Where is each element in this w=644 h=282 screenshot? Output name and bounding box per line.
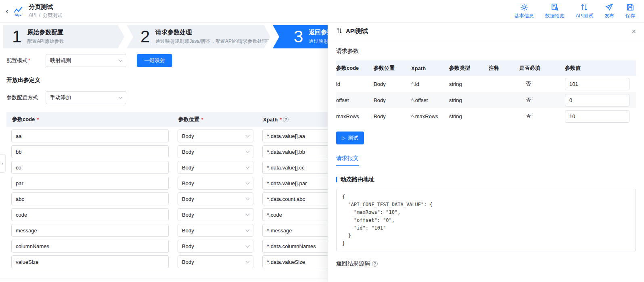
close-icon[interactable]: × bbox=[631, 28, 636, 35]
param-position-select[interactable]: Body bbox=[178, 192, 253, 205]
required-asterisk: * bbox=[280, 117, 282, 123]
chevron-down-icon bbox=[246, 259, 250, 263]
cell-code: id bbox=[336, 81, 374, 87]
step-subtitle: 配置API原始参数 bbox=[27, 38, 64, 45]
param-position-select[interactable]: Body bbox=[178, 130, 253, 142]
cell-code: maxRows bbox=[336, 113, 374, 119]
param-value-input[interactable] bbox=[565, 110, 629, 123]
paper-plane-icon bbox=[605, 3, 613, 11]
save-label: 保存 bbox=[625, 13, 635, 19]
param-code-input[interactable] bbox=[11, 192, 169, 205]
param-position-select[interactable]: Body bbox=[178, 255, 253, 268]
step-title: 请求参数处理 bbox=[155, 29, 276, 36]
step-1-original-params[interactable]: 1 原始参数配置 配置API原始参数 bbox=[3, 25, 124, 48]
chevron-down-icon bbox=[246, 149, 250, 153]
param-value-input[interactable] bbox=[565, 78, 629, 90]
cell-type: string bbox=[449, 113, 489, 119]
back-button[interactable]: ‹ bbox=[5, 7, 9, 16]
section-accent-bar bbox=[336, 177, 337, 182]
cell-position: Body bbox=[374, 81, 411, 87]
drawer-body: 请求参数 参数code 参数位置 Xpath 参数类型 注释 是否必填 参数值 … bbox=[328, 40, 644, 282]
gear-icon bbox=[520, 3, 528, 11]
result-source-help-icon[interactable]: ? bbox=[372, 261, 378, 267]
col-header-xpath: Xpath bbox=[411, 65, 449, 71]
app-logo: SQL bbox=[13, 6, 23, 16]
request-params-table: 参数code 参数位置 Xpath 参数类型 注释 是否必填 参数值 id Bo… bbox=[336, 61, 636, 124]
publish-button[interactable]: 发布 bbox=[604, 3, 614, 19]
chevron-down-icon bbox=[246, 196, 250, 200]
result-source-row: 返回结果源码 ? bbox=[336, 260, 636, 267]
cell-required: 否 bbox=[519, 80, 565, 88]
param-value-input[interactable] bbox=[565, 94, 629, 107]
page-title: 分页测试 bbox=[29, 3, 62, 11]
api-test-drawer: API测试 × 请求参数 参数code 参数位置 Xpath 参数类型 注释 是… bbox=[328, 23, 644, 282]
save-icon bbox=[626, 3, 634, 11]
param-position-select[interactable]: Body bbox=[178, 145, 253, 158]
drawer-header: API测试 × bbox=[328, 23, 644, 40]
request-params-table-header: 参数code 参数位置 Xpath 参数类型 注释 是否必填 参数值 bbox=[336, 61, 636, 76]
cell-xpath: ^.offset bbox=[411, 97, 449, 103]
param-code-input[interactable] bbox=[11, 208, 169, 221]
cell-position: Body bbox=[374, 97, 411, 103]
param-position-select[interactable]: Body bbox=[178, 240, 253, 253]
dynamic-route-title: 动态路由地址 bbox=[341, 176, 374, 183]
api-test-label: API测试 bbox=[576, 13, 593, 19]
param-code-input[interactable] bbox=[11, 177, 169, 190]
api-test-icon bbox=[580, 3, 588, 11]
chevron-down-icon bbox=[246, 165, 250, 169]
dynamic-route-title-row: 动态路由地址 bbox=[336, 176, 636, 183]
param-position-select[interactable]: Body bbox=[178, 161, 253, 174]
chevron-down-icon bbox=[246, 212, 250, 216]
table-row: offset Body ^.offset string 否 bbox=[336, 92, 636, 108]
save-button[interactable]: 保存 bbox=[625, 3, 635, 19]
cell-code: offset bbox=[336, 97, 374, 103]
cell-xpath: ^.maxRows bbox=[411, 113, 449, 119]
data-preview-button[interactable]: 数据预览 bbox=[545, 3, 565, 19]
param-code-input[interactable] bbox=[11, 161, 169, 174]
col-header-value: 参数值 bbox=[565, 65, 636, 72]
param-position-select[interactable]: Body bbox=[178, 208, 253, 221]
param-method-select[interactable]: 手动添加 bbox=[46, 91, 126, 104]
step-title: 原始参数配置 bbox=[27, 29, 64, 36]
param-position-select[interactable]: Body bbox=[178, 177, 253, 190]
config-mode-value: 映射规则 bbox=[50, 57, 71, 64]
step-2-request-params[interactable]: 2 请求参数处理 通过映射规则或Java/脚本，配置API的请求参数处理逻辑 bbox=[127, 25, 270, 48]
param-position-select[interactable]: Body bbox=[178, 224, 253, 237]
step-subtitle: 通过映射规则或Java/脚本，配置API的请求参数处理逻辑 bbox=[155, 38, 276, 45]
param-method-value: 手动添加 bbox=[50, 94, 71, 101]
xpath-help-icon[interactable]: ? bbox=[283, 117, 289, 122]
breadcrumb-separator: / bbox=[39, 12, 40, 19]
swap-arrows-icon bbox=[336, 27, 343, 35]
param-code-input[interactable] bbox=[11, 255, 169, 268]
param-code-input[interactable] bbox=[11, 240, 169, 253]
basic-info-label: 基本信息 bbox=[514, 13, 534, 19]
publish-label: 发布 bbox=[604, 13, 614, 19]
config-mode-select[interactable]: 映射规则 bbox=[46, 54, 126, 67]
breadcrumb-current: 分页测试 bbox=[43, 12, 62, 19]
cell-xpath: ^.id bbox=[411, 81, 449, 87]
breadcrumb-api[interactable]: API bbox=[29, 12, 36, 19]
request-body-code-block: { "API_CONF_TEST_DATA_VALUE": { "maxRows… bbox=[336, 189, 636, 251]
tab-request-body[interactable]: 请求报文 bbox=[336, 155, 359, 166]
param-code-input[interactable] bbox=[11, 145, 169, 158]
step-number: 2 bbox=[140, 28, 150, 45]
required-asterisk: * bbox=[28, 57, 30, 63]
col-header-required: 是否必填 bbox=[519, 65, 565, 72]
param-method-label: 参数配置方式 bbox=[6, 94, 46, 101]
chevron-down-icon bbox=[119, 58, 123, 62]
sidebar-collapse-handle[interactable]: ‹ bbox=[0, 154, 6, 173]
run-test-button[interactable]: ▷ 测试 bbox=[336, 132, 364, 144]
chevron-down-icon bbox=[246, 180, 250, 184]
basic-info-button[interactable]: 基本信息 bbox=[514, 3, 534, 19]
col-header-code: 参数code bbox=[336, 65, 374, 72]
param-code-input[interactable] bbox=[11, 224, 169, 237]
one-key-map-button[interactable]: 一键映射 bbox=[137, 54, 172, 67]
col-header-code: 参数code* bbox=[6, 116, 173, 123]
cell-position: Body bbox=[374, 113, 411, 119]
param-code-input[interactable] bbox=[11, 130, 169, 142]
data-preview-icon bbox=[551, 3, 559, 11]
api-test-button[interactable]: API测试 bbox=[576, 3, 593, 19]
chevron-down-icon bbox=[246, 243, 250, 247]
col-header-comment: 注释 bbox=[489, 65, 519, 72]
cell-required: 否 bbox=[519, 113, 565, 120]
